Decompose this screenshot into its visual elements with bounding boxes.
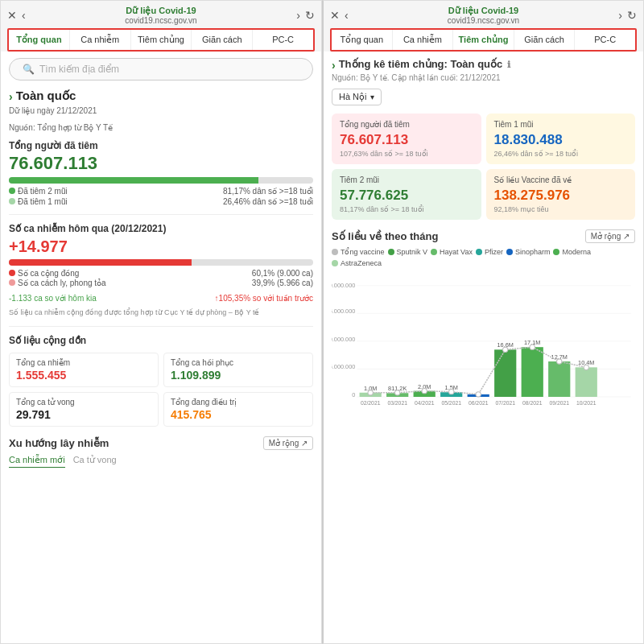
- cum-cell-1: Tổng ca hồi phục 1.109.899: [163, 353, 313, 387]
- nav-tabs-right: Tổng quan Ca nhiễm Tiêm chủng Giãn cách …: [330, 28, 637, 52]
- search-placeholder-left: Tìm kiếm địa điểm: [39, 64, 119, 75]
- legend-dot-3: [476, 249, 482, 255]
- chart-header-right: Số liều về theo tháng Mở rộng ↗: [332, 229, 635, 243]
- cum-cell-0: Tổng ca nhiễm 1.555.455: [9, 353, 159, 387]
- tab-pc-right[interactable]: PC-C: [575, 30, 635, 50]
- card-sublabel-0: 107,63% dân số >= 18 tuổi: [340, 150, 473, 158]
- tab-ca-nhiem-right[interactable]: Ca nhiễm: [393, 30, 454, 50]
- chart-svg-right: 0 5.000.000 10.000.000 15.000.000 20.000…: [332, 272, 635, 407]
- back-icon-right[interactable]: ‹: [345, 9, 349, 22]
- cum-label-0: Tổng ca nhiễm: [16, 358, 151, 367]
- infection-val2: 39,9% (5.966 ca): [252, 279, 313, 287]
- refresh-icon-left[interactable]: ↻: [305, 9, 315, 22]
- tab-tong-quan-right[interactable]: Tổng quan: [332, 30, 393, 50]
- trend-tab1-left[interactable]: Ca nhiễm mới: [9, 455, 65, 468]
- card-label-0: Tổng người đã tiêm: [340, 120, 473, 129]
- chart-container-right: 0 5.000.000 10.000.000 15.000.000 20.000…: [332, 272, 635, 401]
- stat-cards-grid-right: Tổng người đã tiêm 76.607.113 107,63% dâ…: [332, 114, 635, 220]
- legend-item-4: Sinopharm: [506, 248, 551, 256]
- content-left: 🔍 Tìm kiếm địa điểm › Toàn quốc Dữ liệu …: [1, 52, 321, 643]
- card-label-3: Số liều Vaccine đã về: [494, 175, 628, 184]
- infection-detail1: Số ca cộng đồng 60,1% (9.000 ca): [9, 269, 313, 278]
- close-icon-right[interactable]: ✕: [330, 9, 340, 22]
- legend-dot-4: [506, 249, 513, 255]
- tab-tiem-chung-right[interactable]: Tiêm chủng: [453, 30, 514, 50]
- data-source-left: Nguồn: Tổng hợp từ Bộ Y Tế: [9, 123, 313, 132]
- forward-icon-left[interactable]: ›: [296, 9, 300, 22]
- cum-value-2: 29.791: [16, 408, 151, 421]
- back-icon-left[interactable]: ‹: [22, 9, 26, 22]
- legend-dot-0: [332, 249, 338, 255]
- chart-section-right: Số liều về theo tháng Mở rộng ↗ Tổng vac…: [332, 229, 635, 401]
- card-sublabel-1: 26,46% dân số >= 18 tuổi: [494, 150, 628, 158]
- svg-point-22: [476, 392, 481, 397]
- dot-1mui-left: [9, 198, 15, 204]
- chart-legend-right: Tổng vaccine Sputnik V Hayat Vax Pfizer …: [332, 248, 635, 267]
- tab-gian-cach-right[interactable]: Giãn cách: [514, 30, 576, 50]
- svg-text:10.000.000: 10.000.000: [332, 336, 355, 343]
- cum-label-2: Tổng ca tử vong: [16, 398, 151, 407]
- tab-gian-cach-left[interactable]: Giãn cách: [192, 30, 253, 50]
- infection-label1: Số ca cộng đồng: [18, 269, 79, 278]
- card-label-2: Tiêm 2 mũi: [340, 175, 473, 184]
- tab-tiem-chung-left[interactable]: Tiêm chủng: [131, 30, 192, 50]
- tab-tong-quan-left[interactable]: Tổng quan: [9, 30, 70, 50]
- browser-title-right: Dữ liệu Covid-19: [353, 6, 614, 16]
- cumulative-title-left: Số liệu cộng dồn: [9, 335, 313, 346]
- svg-text:0: 0: [352, 391, 355, 398]
- chart-title-right: Số liều về theo tháng: [332, 230, 438, 242]
- bar-10-2021: [576, 367, 597, 397]
- svg-text:09/2021: 09/2021: [549, 400, 569, 406]
- bar-07-2021: [494, 349, 516, 397]
- trend-header-left: Xu hướng lây nhiễm Mở rộng ↗: [9, 436, 313, 450]
- trend-tabs-left: Ca nhiễm mới Ca tử vong: [9, 455, 313, 468]
- trend-title-left: Xu hướng lây nhiễm: [9, 437, 109, 449]
- legend-dot-1: [388, 249, 394, 255]
- total-vacc-label-left: Tổng người đã tiêm: [9, 140, 313, 151]
- close-icon-left[interactable]: ✕: [7, 9, 17, 22]
- tab-ca-nhiem-left[interactable]: Ca nhiễm: [70, 30, 131, 50]
- card-sublabel-2: 81,17% dân số >= 18 tuổi: [340, 205, 473, 213]
- stat-card-0: Tổng người đã tiêm 76.607.113 107,63% dâ…: [332, 114, 481, 164]
- legend-label-4: Sinopharm: [515, 248, 551, 256]
- legend-item-1: Sputnik V: [388, 248, 428, 256]
- tab-pc-left[interactable]: PC-C: [253, 30, 313, 50]
- location-btn-right[interactable]: Hà Nội ▾: [332, 89, 382, 105]
- cum-label-1: Tổng ca hồi phục: [171, 358, 306, 367]
- infection-note2: ↑105,35% so với tuần trước: [215, 294, 313, 303]
- cum-value-0: 1.555.455: [16, 369, 151, 382]
- chart-expand-btn[interactable]: Mở rộng ↗: [585, 229, 635, 243]
- svg-point-19: [395, 390, 400, 395]
- cum-label-3: Tổng đang điều trị: [171, 398, 306, 407]
- cum-value-1: 1.109.899: [171, 369, 306, 382]
- svg-point-26: [584, 365, 588, 369]
- svg-text:02/2021: 02/2021: [361, 400, 381, 406]
- svg-point-23: [503, 347, 508, 352]
- url-bar-right: Dữ liệu Covid-19 covid19.ncsc.gov.vn: [353, 6, 614, 25]
- browser-chrome-right: ✕ ‹ Dữ liệu Covid-19 covid19.ncsc.gov.vn…: [324, 1, 643, 52]
- svg-text:05/2021: 05/2021: [441, 400, 461, 406]
- svg-point-21: [449, 390, 454, 394]
- svg-text:20.000.000: 20.000.000: [332, 282, 355, 289]
- expand-btn-left[interactable]: Mở rộng ↗: [263, 436, 313, 450]
- forward-icon-right[interactable]: ›: [618, 9, 622, 22]
- region-title-left: Toàn quốc: [16, 89, 76, 103]
- trend-tab2-left[interactable]: Ca tử vong: [73, 455, 117, 468]
- svg-text:10/2021: 10/2021: [576, 400, 597, 406]
- legend-dot-5: [553, 249, 559, 255]
- vacc-legend1-pct: 81,17% dân số >=18 tuổi: [223, 187, 313, 196]
- legend-label-3: Pfizer: [485, 248, 503, 256]
- vacc-legend1-label: Đã tiêm 2 mũi: [18, 187, 68, 196]
- legend-item-6: AstraZeneca: [332, 259, 382, 267]
- expand-arrow-left[interactable]: ›: [9, 90, 13, 103]
- cum-cell-3: Tổng đang điều trị 415.765: [163, 392, 313, 427]
- search-bar-left[interactable]: 🔍 Tìm kiếm địa điểm: [9, 58, 313, 80]
- cum-value-3: 415.765: [171, 408, 306, 421]
- browser-domain-right: covid19.ncsc.gov.vn: [353, 16, 614, 25]
- vacc-progress-wrap-left: [9, 177, 313, 184]
- legend-dot-2: [431, 249, 437, 255]
- svg-text:03/2021: 03/2021: [387, 400, 407, 406]
- expand-arrow-right[interactable]: ›: [332, 59, 336, 72]
- content-right: › Thống kê tiêm chủng: Toàn quốc ℹ Nguồn…: [324, 52, 643, 643]
- refresh-icon-right[interactable]: ↻: [627, 9, 637, 22]
